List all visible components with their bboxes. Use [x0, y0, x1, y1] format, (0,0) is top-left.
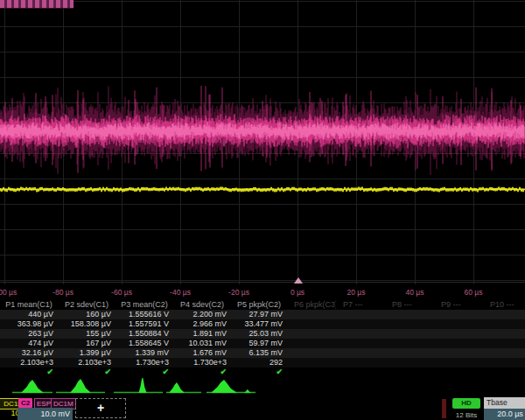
measure-cell [385, 319, 434, 329]
measure-cell [434, 339, 483, 348]
measure-cell [287, 329, 336, 339]
status-check-icon [385, 368, 434, 377]
hd-bits-label: 12 Bits [449, 410, 484, 420]
measure-cell [483, 310, 525, 319]
measure-status-row: ✔✔✔✔✔ [0, 368, 525, 377]
measure-cell [385, 329, 434, 339]
histicon-peak [244, 389, 251, 393]
measure-cell: 1.730e+3 [173, 358, 231, 368]
measure-cell [483, 329, 525, 339]
measure-cell: 474 µV [0, 339, 58, 348]
time-tick-label: 0 µs [290, 288, 304, 297]
measure-cell [483, 358, 525, 368]
measure-cell: 32.16 µV [0, 348, 58, 358]
time-tick-label: -40 µs [170, 288, 191, 297]
measure-cell [385, 310, 434, 319]
measure-cell: 2.200 mV [173, 310, 231, 319]
status-check-icon: ✔ [231, 368, 287, 377]
measure-column-header[interactable]: P6 pkpk(C3) [287, 300, 336, 310]
measure-column-header[interactable]: P10 --- [483, 300, 525, 310]
measure-row: 2.103e+32.103e+31.730e+31.730e+3292 [0, 358, 525, 368]
measure-cell [483, 339, 525, 348]
histicon-peak [21, 380, 44, 393]
measure-cell: 1.891 mV [173, 329, 231, 339]
time-tick-label: -100 µs [0, 288, 17, 297]
measure-cell [434, 358, 483, 368]
measure-cell [336, 319, 385, 329]
measure-cell: 1.558645 V [116, 339, 173, 348]
add-trace-button[interactable]: + [75, 398, 126, 418]
measure-cell [434, 319, 483, 329]
histicon-peak [70, 379, 91, 393]
trigger-descriptor-fragment[interactable] [442, 399, 446, 418]
measure-cell [287, 310, 336, 319]
measure-row: 32.16 µV1.399 µV1.339 mV1.676 mV6.135 mV [0, 348, 525, 358]
measure-cell: 263 µV [0, 329, 58, 339]
measure-column-header[interactable]: P7 --- [336, 300, 385, 310]
waveform-grid[interactable] [0, 0, 525, 289]
measure-cell: 33.477 mV [231, 319, 287, 329]
measure-column-header[interactable]: P5 pkpk(C2) [231, 300, 287, 310]
histicon-peak [169, 382, 185, 393]
time-tick-label: -20 µs [228, 288, 249, 297]
status-check-icon: ✔ [0, 368, 58, 377]
measure-cell: 1.555616 V [116, 310, 173, 319]
measure-cell [336, 339, 385, 348]
measure-row: 440 µV160 µV1.555616 V2.200 mV27.97 mV [0, 310, 525, 319]
measure-cell [287, 348, 336, 358]
measure-cell: 167 µV [58, 339, 116, 348]
timebase-descriptor[interactable]: Tbase [484, 397, 525, 409]
trigger-position-icon[interactable] [294, 277, 303, 284]
oscilloscope-screen: -100 µs-80 µs-60 µs-40 µs-20 µs0 µs20 µs… [0, 0, 525, 420]
measure-cell [336, 348, 385, 358]
time-tick-label: -60 µs [111, 288, 132, 297]
status-check-icon [287, 368, 336, 377]
measure-cell [385, 348, 434, 358]
measure-histicons [0, 378, 525, 400]
measure-cell: 1.550884 V [116, 329, 173, 339]
measure-column-header[interactable]: P1 mean(C1) [0, 300, 58, 310]
measure-cell [287, 358, 336, 368]
measure-cell [385, 339, 434, 348]
measure-row: 263 µV155 µV1.550884 V1.891 mV25.03 mV [0, 329, 525, 339]
status-check-icon: ✔ [58, 368, 116, 377]
measure-column-header[interactable]: P2 sdev(C1) [58, 300, 116, 310]
measure-cell: 6.135 mV [231, 348, 287, 358]
measure-table: P1 mean(C1)P2 sdev(C1)P3 mean(C2)P4 sdev… [0, 300, 525, 377]
measure-row: 474 µV167 µV1.558645 V10.031 mV59.97 mV [0, 339, 525, 348]
measure-cell [287, 319, 336, 329]
measure-cell: 292 [231, 358, 287, 368]
measure-row: 363.98 µV158.308 µV1.557591 V2.966 mV33.… [0, 319, 525, 329]
measure-cell [483, 348, 525, 358]
channel2-label[interactable]: C2 [18, 398, 32, 408]
time-tick-label: 40 µs [406, 288, 424, 297]
time-tick-label: 60 µs [465, 288, 483, 297]
measure-cell: 440 µV [0, 310, 58, 319]
histicon-peak [139, 378, 147, 393]
measure-cell: 2.103e+3 [0, 358, 58, 368]
status-check-icon [336, 368, 385, 377]
status-check-icon: ✔ [173, 368, 231, 377]
channel2-scale[interactable]: 10.0 mV [18, 408, 73, 420]
measure-cell: 160 µV [58, 310, 116, 319]
timebase-scale[interactable]: 20.0 µs [484, 409, 525, 420]
measure-cell [434, 348, 483, 358]
measure-cell: 155 µV [58, 329, 116, 339]
measure-cell: 1.730e+3 [116, 358, 173, 368]
hd-mode-button[interactable]: HD [452, 398, 480, 409]
measure-cell: 363.98 µV [0, 319, 58, 329]
measure-column-header[interactable]: P4 sdev(C2) [173, 300, 231, 310]
measure-column-header[interactable]: P3 mean(C2) [116, 300, 173, 310]
status-check-icon [483, 368, 525, 377]
histicon-peak [211, 380, 237, 393]
measure-column-header[interactable]: P8 --- [385, 300, 434, 310]
measure-cell: 1.676 mV [173, 348, 231, 358]
measure-cell: 2.103e+3 [58, 358, 116, 368]
measure-cell: 1.339 mV [116, 348, 173, 358]
measure-cell: 158.308 µV [58, 319, 116, 329]
measure-cell: 1.399 µV [58, 348, 116, 358]
time-tick-label: -80 µs [52, 288, 74, 297]
measure-cell: 25.03 mV [231, 329, 287, 339]
measure-column-header[interactable]: P9 --- [434, 300, 483, 310]
measure-cell [434, 310, 483, 319]
